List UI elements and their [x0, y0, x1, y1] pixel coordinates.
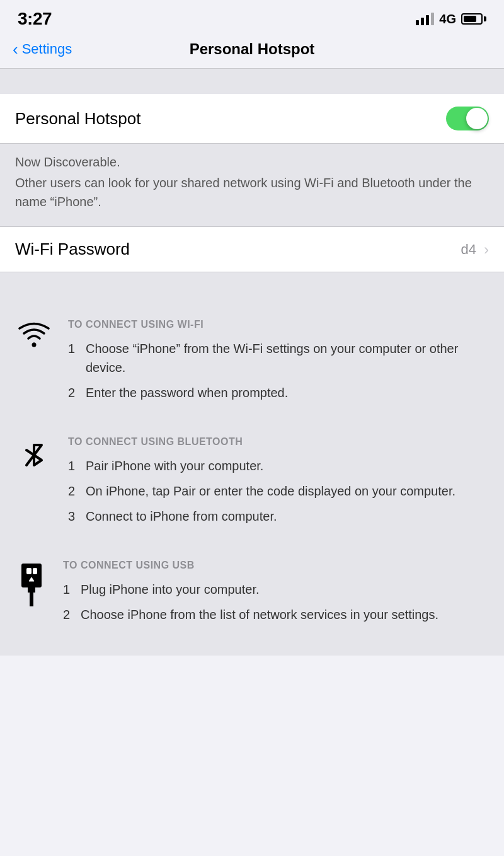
bt-step-2: 2 On iPhone, tap Pair or enter the code …	[68, 482, 489, 500]
bluetooth-icon	[15, 436, 53, 471]
instructions-section: TO CONNECT USING WI-FI 1 Choose “iPhone”…	[0, 298, 504, 656]
usb-step-2: 2 Choose iPhone from the list of network…	[63, 605, 489, 624]
usb-instruction-content: TO CONNECT USING USB 1 Plug iPhone into …	[63, 560, 489, 630]
wifi-step-2: 2 Enter the password when prompted.	[68, 383, 489, 402]
svg-rect-2	[26, 568, 32, 574]
bluetooth-instruction-content: TO CONNECT USING BLUETOOTH 1 Pair iPhone…	[68, 436, 489, 532]
wifi-password-row[interactable]: Wi-Fi Password d4 ›	[0, 227, 504, 272]
step-num: 1	[68, 456, 79, 475]
battery-tip	[484, 16, 486, 21]
bluetooth-heading: TO CONNECT USING BLUETOOTH	[68, 436, 489, 448]
svg-rect-1	[21, 564, 42, 587]
step-text: Enter the password when prompted.	[86, 383, 489, 402]
wifi-password-value: d4	[461, 241, 476, 258]
wifi-instruction-content: TO CONNECT USING WI-FI 1 Choose “iPhone”…	[68, 319, 489, 408]
bt-step-1: 1 Pair iPhone with your computer.	[68, 456, 489, 475]
status-time: 3:27	[18, 9, 52, 29]
battery-fill	[464, 16, 476, 22]
usb-instruction-block: TO CONNECT USING USB 1 Plug iPhone into …	[0, 545, 504, 643]
status-right: 4G	[416, 12, 486, 26]
wifi-password-section: Wi-Fi Password d4 ›	[0, 227, 504, 272]
svg-point-0	[32, 343, 37, 347]
toggle-thumb	[466, 108, 488, 129]
step-num: 1	[63, 580, 74, 599]
hotspot-section: Personal Hotspot	[0, 94, 504, 144]
step-text: On iPhone, tap Pair or enter the code di…	[86, 482, 489, 500]
usb-step-1: 1 Plug iPhone into your computer.	[63, 580, 489, 599]
svg-rect-3	[33, 568, 37, 574]
wifi-icon	[15, 319, 53, 348]
wifi-step-1: 1 Choose “iPhone” from the Wi-Fi setting…	[68, 339, 489, 377]
signal-bars	[416, 13, 434, 25]
back-label: Settings	[22, 41, 72, 57]
nav-bar: ‹ Settings Personal Hotspot	[0, 35, 504, 69]
step-num: 1	[68, 339, 79, 377]
network-type: 4G	[439, 12, 456, 26]
step-text: Choose iPhone from the list of network s…	[81, 605, 489, 624]
step-text: Connect to iPhone from computer.	[86, 507, 489, 526]
notice-text: Other users can look for your shared net…	[15, 173, 489, 211]
step-text: Plug iPhone into your computer.	[81, 580, 489, 599]
section-spacer-top	[0, 69, 504, 94]
chevron-right-icon: ›	[484, 241, 489, 258]
step-text: Choose “iPhone” from the Wi-Fi settings …	[86, 339, 489, 377]
hotspot-toggle[interactable]	[446, 107, 489, 130]
step-text: Pair iPhone with your computer.	[86, 456, 489, 475]
back-button[interactable]: ‹ Settings	[13, 41, 101, 57]
battery	[461, 13, 486, 25]
step-num: 2	[63, 605, 74, 624]
battery-body	[461, 13, 483, 25]
hotspot-row: Personal Hotspot	[0, 94, 504, 144]
step-num: 2	[68, 482, 79, 500]
usb-icon	[15, 560, 48, 608]
status-bar: 3:27 4G	[0, 0, 504, 35]
svg-rect-4	[28, 587, 35, 593]
svg-rect-5	[30, 593, 33, 606]
usb-heading: TO CONNECT USING USB	[63, 560, 489, 571]
discoverable-notice: Now Discoverable. Other users can look f…	[0, 144, 504, 227]
notice-bold: Now Discoverable.	[15, 155, 489, 170]
hotspot-label: Personal Hotspot	[15, 109, 446, 129]
wifi-instruction-block: TO CONNECT USING WI-FI 1 Choose “iPhone”…	[0, 304, 504, 421]
back-chevron-icon: ‹	[13, 41, 18, 57]
section-spacer-2	[0, 272, 504, 298]
page-title: Personal Hotspot	[101, 40, 403, 58]
bluetooth-instruction-block: TO CONNECT USING BLUETOOTH 1 Pair iPhone…	[0, 421, 504, 545]
wifi-password-label: Wi-Fi Password	[15, 240, 461, 259]
wifi-heading: TO CONNECT USING WI-FI	[68, 319, 489, 330]
step-num: 2	[68, 383, 79, 402]
step-num: 3	[68, 507, 79, 526]
bt-step-3: 3 Connect to iPhone from computer.	[68, 507, 489, 526]
